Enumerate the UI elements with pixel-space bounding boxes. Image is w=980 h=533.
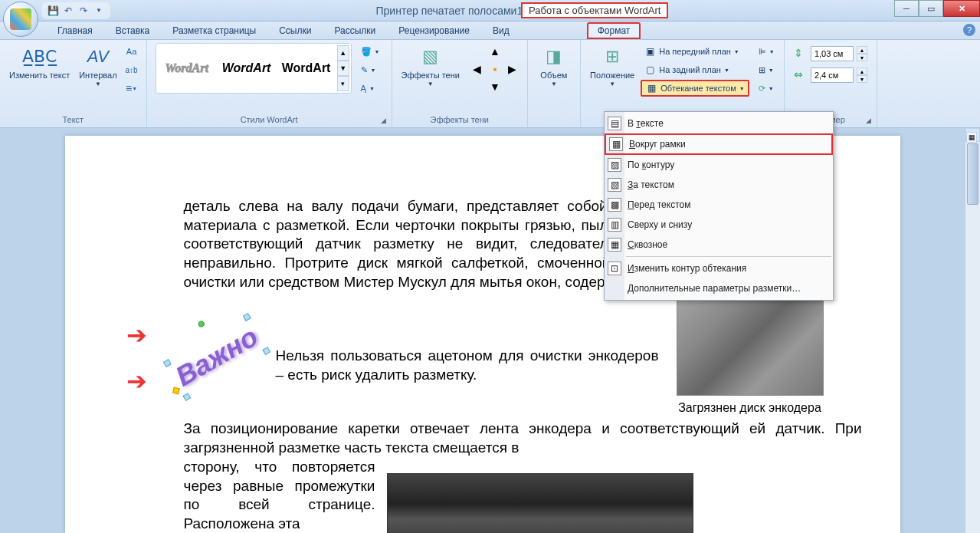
resize-handle-tl[interactable] (162, 359, 171, 367)
ribbon-group-shadow: ▧ Эффекты тени ▼ ▲ ◀ ▪ ▶ ▼ Эффекты тени (392, 40, 528, 127)
group-label-shadow: Эффекты тени (398, 114, 521, 126)
shadow-nudge-up[interactable]: ▲ (487, 43, 503, 60)
height-control: ⇕ ▲▼ (794, 46, 867, 61)
qat-customize-button[interactable]: ▼ (92, 4, 106, 18)
send-to-back-button[interactable]: ▢ На задний план ▼ (641, 61, 749, 78)
wordart-object[interactable]: Важно (169, 319, 264, 395)
width-control: ⇔ ▲▼ (794, 67, 867, 83)
height-down[interactable]: ▼ (857, 54, 867, 61)
wrap-tight-item[interactable]: ▨ По контуру (605, 155, 833, 175)
ribbon-group-text: A̲B̲C̲ Изменить текст AV Интервал ▼ Aa a… (0, 40, 147, 127)
gallery-scroll: ▲ ▼ ▾ (337, 45, 349, 91)
text-wrapping-button[interactable]: ▦ Обтекание текстом ▼ (641, 80, 749, 97)
shape-outline-button[interactable]: ✎▼ (358, 61, 383, 78)
tab-home[interactable]: Главная (46, 21, 104, 39)
wrap-square-icon: ▦ (609, 137, 623, 151)
3d-icon: ◨ (542, 44, 566, 69)
minimize-button[interactable]: ─ (894, 0, 919, 17)
spacing-button[interactable]: AV Интервал ▼ (76, 43, 120, 89)
wordart-style-3[interactable]: WordArt (277, 46, 336, 90)
align-button[interactable]: ⊫▼ (755, 43, 778, 60)
group-label-text: Текст (6, 114, 140, 126)
gallery-up-button[interactable]: ▲ (337, 45, 349, 61)
group-button[interactable]: ⊞▼ (755, 61, 778, 78)
send-back-icon: ▢ (644, 64, 656, 76)
qat-redo-button[interactable]: ↷ (77, 4, 90, 18)
width-up[interactable]: ▲ (857, 67, 867, 75)
tab-references[interactable]: Ссылки (267, 21, 323, 39)
spacing-icon: AV (86, 44, 110, 69)
wrap-front-item[interactable]: ▩ Перед текстом (605, 195, 833, 215)
resize-handle-tr[interactable] (243, 313, 251, 321)
scroll-thumb[interactable] (967, 143, 978, 205)
change-shape-button[interactable]: Ą▼ (358, 80, 383, 97)
ruler-toggle-button[interactable]: ▦ (966, 132, 977, 143)
edit-text-button[interactable]: A̲B̲C̲ Изменить текст (6, 43, 73, 82)
wrap-topbottom-item[interactable]: ▥ Сверху и снизу (605, 215, 833, 235)
wrap-inline-item[interactable]: ▤ В тексте (605, 114, 833, 133)
gallery-more-button[interactable]: ▾ (337, 76, 349, 91)
paragraph-2: Нельзя пользоваться ацетоном для очистки… (276, 347, 659, 384)
3d-effects-button[interactable]: ◨ Объем ▼ (534, 43, 574, 89)
wordart-style-2[interactable]: WordArt (218, 46, 276, 90)
maximize-button[interactable]: ▭ (919, 0, 943, 17)
width-down[interactable]: ▼ (857, 75, 867, 83)
chevron-down-icon: ▼ (609, 81, 615, 87)
gallery-down-button[interactable]: ▼ (337, 61, 349, 76)
width-input[interactable] (811, 67, 854, 83)
wrap-behind-icon: ▧ (608, 178, 621, 192)
wrap-behind-item[interactable]: ▧ За текстом (605, 175, 833, 195)
close-button[interactable]: ✕ (943, 0, 980, 17)
bring-to-front-button[interactable]: ▣ На передний план ▼ (641, 43, 749, 60)
annotation-arrow-1: ➔ (126, 320, 147, 352)
same-height-button[interactable]: Aa (123, 43, 140, 60)
wrap-square-item[interactable]: ▦ Вокруг рамки (605, 133, 833, 155)
position-button[interactable]: ⊞ Положение ▼ (587, 43, 637, 89)
tab-page-layout[interactable]: Разметка страницы (161, 21, 267, 39)
ribbon-group-wordart-styles: WordArt WordArt WordArt ▲ ▼ ▾ 🪣▼ ✎▼ Ą▼ С… (147, 40, 392, 127)
tab-view[interactable]: Вид (481, 21, 521, 39)
qat-save-button[interactable]: 💾 (46, 4, 60, 18)
chevron-down-icon: ▼ (95, 81, 101, 87)
wrap-front-icon: ▩ (608, 198, 621, 212)
edit-wrap-points-item[interactable]: ⊡ Изменить контур обтекания (605, 258, 833, 278)
help-button[interactable]: ? (963, 24, 975, 36)
size-dialog-launcher[interactable]: ◢ (866, 117, 875, 126)
height-up[interactable]: ▲ (857, 46, 867, 54)
shadow-nudge-left[interactable]: ◀ (469, 61, 486, 77)
encoder-disc-image[interactable] (677, 285, 824, 396)
image-caption: Загрязнен диск энкодера (677, 400, 824, 416)
shadow-nudge-right[interactable]: ▶ (504, 61, 521, 77)
styles-dialog-launcher[interactable]: ◢ (381, 117, 390, 126)
paragraph-3: За позиционирование каретки отвечает лен… (184, 419, 862, 457)
rotation-handle[interactable] (197, 320, 205, 328)
vertical-text-button[interactable]: a↕b (123, 61, 140, 78)
tab-format[interactable]: Формат (587, 22, 641, 39)
resize-handle-bl[interactable] (182, 393, 191, 401)
office-button[interactable] (3, 2, 38, 37)
align-text-button[interactable]: ≡▼ (123, 80, 140, 97)
shadow-effects-button[interactable]: ▧ Эффекты тени ▼ (398, 43, 463, 89)
edit-points-icon: ⊡ (608, 262, 621, 275)
wordart-style-1[interactable]: WordArt (158, 46, 216, 90)
shadow-nudge-down[interactable]: ▼ (487, 78, 503, 95)
position-icon: ⊞ (600, 44, 624, 69)
printer-image[interactable] (387, 473, 693, 533)
shadow-toggle[interactable]: ▪ (487, 61, 503, 77)
rotate-icon: ⟳ (759, 84, 765, 94)
tab-mailings[interactable]: Рассылки (323, 21, 387, 39)
titlebar: 💾 ↶ ↷ ▼ Принтер печатает полосами1 - Mic… (0, 0, 980, 21)
more-layout-options-item[interactable]: Дополнительные параметры разметки… (605, 278, 833, 298)
shape-fill-button[interactable]: 🪣▼ (358, 43, 383, 60)
tab-review[interactable]: Рецензирование (387, 21, 481, 39)
rotate-button[interactable]: ⟳▼ (755, 80, 778, 97)
resize-handle-br[interactable] (262, 347, 270, 355)
fill-icon: 🪣 (361, 47, 372, 57)
tab-insert[interactable]: Вставка (104, 21, 162, 39)
qat-undo-button[interactable]: ↶ (61, 4, 75, 18)
window-controls: ─ ▭ ✕ (894, 0, 980, 17)
height-input[interactable] (811, 46, 854, 61)
wrap-through-item[interactable]: ▦ Сквозное (605, 235, 833, 255)
text-wrap-icon: ▦ (645, 82, 657, 94)
adjust-handle[interactable] (172, 387, 179, 394)
